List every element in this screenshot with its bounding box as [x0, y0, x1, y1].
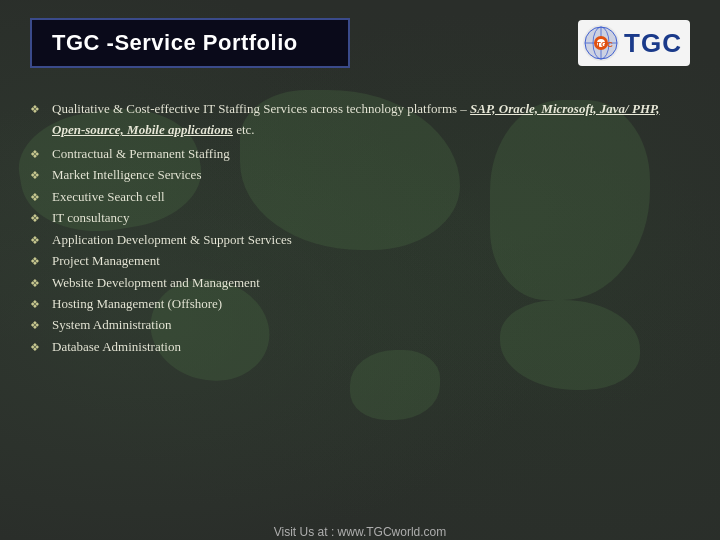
tgc-logo-icon: TGC	[582, 24, 620, 62]
title-box: TGC -Service Portfolio	[30, 18, 350, 68]
header: TGC -Service Portfolio TGC	[30, 18, 690, 68]
logo-container: TGC TGC	[578, 20, 690, 66]
list-item: IT consultancy	[30, 207, 690, 228]
services-list: Qualitative & Cost-effective IT Staffing…	[30, 98, 690, 357]
content-area: Qualitative & Cost-effective IT Staffing…	[30, 98, 690, 357]
list-item: Market Intelligence Services	[30, 164, 690, 185]
list-item: Website Development and Management	[30, 272, 690, 293]
list-item: Contractual & Permanent Staffing	[30, 143, 690, 164]
logo-text: TGC	[624, 28, 682, 59]
svg-text:TGC: TGC	[596, 40, 613, 49]
list-item: Database Administration	[30, 336, 690, 357]
list-item: Project Management	[30, 250, 690, 271]
list-item: Hosting Management (Offshore)	[30, 293, 690, 314]
list-item-intro: Qualitative & Cost-effective IT Staffing…	[30, 98, 690, 141]
footer-text: Visit Us at : www.TGCworld.com	[274, 525, 446, 539]
page-title: TGC -Service Portfolio	[52, 30, 298, 55]
list-item: Application Development & Support Servic…	[30, 229, 690, 250]
list-item: Executive Search cell	[30, 186, 690, 207]
footer: Visit Us at : www.TGCworld.com	[0, 522, 720, 540]
list-item: System Administration	[30, 314, 690, 335]
